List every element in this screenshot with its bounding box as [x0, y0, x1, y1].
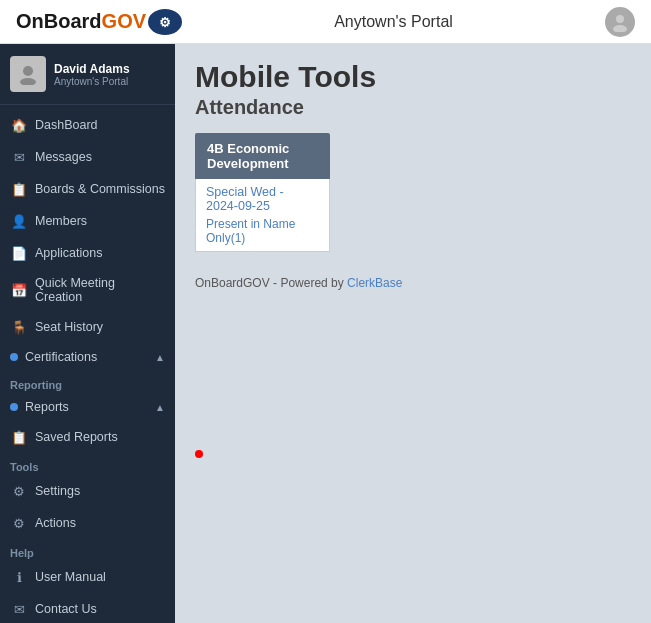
red-dot-indicator	[195, 450, 203, 458]
sidebar: David Adams Anytown's Portal 🏠 DashBoard…	[0, 44, 175, 623]
sidebar-user: David Adams Anytown's Portal	[0, 44, 175, 105]
members-icon: 👤	[10, 212, 28, 230]
svg-point-4	[23, 66, 33, 76]
sidebar-item-label: User Manual	[35, 570, 165, 584]
dashboard-icon: 🏠	[10, 116, 28, 134]
messages-icon: ✉	[10, 148, 28, 166]
contact-icon: ✉	[10, 600, 28, 618]
user-manual-icon: ℹ	[10, 568, 28, 586]
actions-icon: ⚙	[10, 514, 28, 532]
avatar-icon	[17, 63, 39, 85]
applications-icon: 📄	[10, 244, 28, 262]
sidebar-item-label: Members	[35, 214, 165, 228]
page-title: Mobile Tools	[195, 60, 631, 94]
sidebar-item-label: Messages	[35, 150, 165, 164]
logo-board: Board	[44, 10, 102, 32]
avatar	[10, 56, 46, 92]
saved-reports-icon: 📋	[10, 428, 28, 446]
attendance-board-card: 4B Economic Development Special Wed - 20…	[195, 133, 631, 252]
sidebar-item-settings[interactable]: ⚙ Settings	[0, 475, 175, 507]
logo-gov: GOV	[102, 10, 146, 32]
main-layout: David Adams Anytown's Portal 🏠 DashBoard…	[0, 44, 651, 623]
board-name: 4B Economic Development	[195, 133, 330, 179]
sidebar-item-user-manual[interactable]: ℹ User Manual	[0, 561, 175, 593]
sidebar-item-reports[interactable]: Reports ▲	[0, 393, 175, 421]
svg-text:⚙: ⚙	[159, 15, 171, 30]
portal-title: Anytown's Portal	[334, 13, 453, 31]
certifications-dot-icon	[10, 353, 18, 361]
user-avatar-top[interactable]	[605, 7, 635, 37]
sidebar-item-label: Reports	[25, 400, 151, 414]
content-area: Mobile Tools Attendance 4B Economic Deve…	[175, 44, 651, 623]
reporting-section-label: Reporting	[0, 371, 175, 393]
attendance-status[interactable]: Present in Name Only(1)	[206, 217, 319, 245]
svg-point-5	[20, 78, 36, 85]
sidebar-item-label: Saved Reports	[35, 430, 165, 444]
sidebar-item-members[interactable]: 👤 Members	[0, 205, 175, 237]
sidebar-item-seat-history[interactable]: 🪑 Seat History	[0, 311, 175, 343]
logo: OnBoardGOV ⚙	[16, 9, 182, 35]
sidebar-item-label: Contact Us	[35, 602, 165, 616]
footer-separator: - Powered by	[273, 276, 347, 290]
user-icon	[610, 12, 630, 32]
footer-link[interactable]: ClerkBase	[347, 276, 402, 290]
footer: OnBoardGOV - Powered by ClerkBase	[195, 276, 631, 290]
page-subtitle: Attendance	[195, 96, 631, 119]
sidebar-item-label: Seat History	[35, 320, 165, 334]
svg-point-3	[613, 25, 627, 32]
sidebar-user-info: David Adams Anytown's Portal	[54, 62, 130, 87]
logo-svg: ⚙	[148, 9, 182, 35]
logo-on: On	[16, 10, 44, 32]
reports-dot-icon	[10, 403, 18, 411]
sidebar-item-label: Boards & Commissions	[35, 182, 165, 196]
sidebar-item-boards-commissions[interactable]: 📋 Boards & Commissions	[0, 173, 175, 205]
sidebar-item-dashboard[interactable]: 🏠 DashBoard	[0, 109, 175, 141]
sidebar-item-label: Actions	[35, 516, 165, 530]
sidebar-item-label: DashBoard	[35, 118, 165, 132]
sidebar-item-messages[interactable]: ✉ Messages	[0, 141, 175, 173]
sidebar-nav: 🏠 DashBoard ✉ Messages 📋 Boards & Commis…	[0, 105, 175, 623]
settings-icon: ⚙	[10, 482, 28, 500]
sidebar-item-label: Quick Meeting Creation	[35, 276, 165, 304]
sidebar-item-label: Settings	[35, 484, 165, 498]
certifications-arrow-icon: ▲	[155, 352, 165, 363]
sidebar-item-quick-meeting[interactable]: 📅 Quick Meeting Creation	[0, 269, 175, 311]
sidebar-item-applications[interactable]: 📄 Applications	[0, 237, 175, 269]
sidebar-item-label: Applications	[35, 246, 165, 260]
sidebar-username: David Adams	[54, 62, 130, 76]
sidebar-item-certifications[interactable]: Certifications ▲	[0, 343, 175, 371]
tools-section-label: Tools	[0, 453, 175, 475]
footer-brand: OnBoardGOV	[195, 276, 270, 290]
sidebar-user-portal: Anytown's Portal	[54, 76, 130, 87]
svg-point-2	[616, 15, 624, 23]
sidebar-item-contact-us[interactable]: ✉ Contact Us	[0, 593, 175, 623]
quick-meeting-icon: 📅	[10, 281, 28, 299]
top-header: OnBoardGOV ⚙ Anytown's Portal	[0, 0, 651, 44]
reports-arrow-icon: ▲	[155, 402, 165, 413]
sidebar-item-label: Certifications	[25, 350, 151, 364]
logo-icon: ⚙	[148, 9, 182, 35]
logo-text: OnBoardGOV	[16, 10, 146, 33]
meeting-date[interactable]: Special Wed - 2024-09-25	[206, 185, 319, 213]
boards-icon: 📋	[10, 180, 28, 198]
seat-history-icon: 🪑	[10, 318, 28, 336]
sidebar-item-actions[interactable]: ⚙ Actions	[0, 507, 175, 539]
help-section-label: Help	[0, 539, 175, 561]
sidebar-item-saved-reports[interactable]: 📋 Saved Reports	[0, 421, 175, 453]
attendance-card-body: Special Wed - 2024-09-25 Present in Name…	[195, 179, 330, 252]
